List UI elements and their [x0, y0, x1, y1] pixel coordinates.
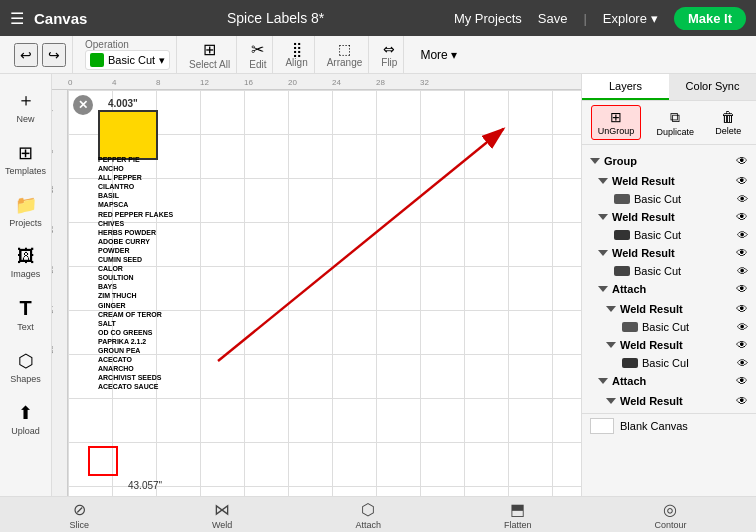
canvas-area[interactable]: 0 4 8 12 16 20 24 28 32 4 8 12 16 20 24 …	[52, 74, 581, 496]
flatten-button[interactable]: ⬒ Flatten	[496, 498, 540, 532]
layer-group-header[interactable]: Group 👁	[590, 151, 748, 171]
eye-icon[interactable]: 👁	[736, 302, 748, 316]
canvas-element-yellow[interactable]	[98, 110, 158, 160]
new-label: New	[16, 114, 34, 124]
contour-button[interactable]: ◎ Contour	[646, 498, 694, 532]
redo-button[interactable]: ↪	[42, 43, 66, 67]
eye-icon[interactable]: 👁	[736, 154, 748, 168]
align-label[interactable]: Align	[285, 57, 307, 68]
nav-links: My Projects Save | Explore ▾ Make It	[454, 7, 746, 30]
close-canvas-button[interactable]: ✕	[73, 95, 93, 115]
sidebar-item-projects[interactable]: 📁 Projects	[2, 188, 50, 234]
my-projects-link[interactable]: My Projects	[454, 11, 522, 26]
attach-header-2[interactable]: Attach 👁	[598, 371, 748, 391]
operation-dropdown[interactable]: Basic Cut ▾	[85, 50, 170, 70]
basic-cut-label-1: Basic Cut	[634, 193, 733, 205]
operation-label: Operation	[85, 39, 170, 50]
eye-icon[interactable]: 👁	[737, 357, 748, 369]
eye-icon[interactable]: 👁	[736, 282, 748, 296]
attach-button[interactable]: ⬡ Attach	[347, 498, 389, 532]
slice-button[interactable]: ⊘ Slice	[62, 498, 98, 532]
undo-button[interactable]: ↩	[14, 43, 38, 67]
attach-header-1[interactable]: Attach 👁	[598, 279, 748, 299]
save-button[interactable]: Save	[538, 11, 568, 26]
chevron-down-icon	[598, 378, 608, 384]
eye-icon[interactable]: 👁	[737, 193, 748, 205]
arrange-group: ⬚ Arrange	[321, 36, 370, 73]
color-swatch-2	[614, 230, 630, 240]
more-button[interactable]: More ▾	[416, 46, 461, 64]
ungroup-button[interactable]: ⊞ UnGroup	[591, 105, 642, 140]
basic-cut-label-3: Basic Cut	[634, 265, 733, 277]
flip-label[interactable]: Flip	[381, 57, 397, 68]
eye-icon[interactable]: 👁	[736, 374, 748, 388]
arrange-label[interactable]: Arrange	[327, 57, 363, 68]
delete-button[interactable]: 🗑 Delete	[709, 106, 747, 139]
sidebar-item-text[interactable]: T Text	[2, 291, 50, 338]
layer-group-main: Group 👁 Weld Result 👁 Basic Cut 👁	[582, 149, 756, 413]
weld-icon: ⋈	[214, 500, 230, 519]
color-swatch-3	[614, 266, 630, 276]
contour-label: Contour	[654, 520, 686, 530]
eye-icon[interactable]: 👁	[737, 265, 748, 277]
images-icon: 🖼	[17, 246, 35, 267]
eye-icon[interactable]: 👁	[736, 394, 748, 408]
operation-group: Operation Basic Cut ▾	[79, 36, 177, 73]
makeit-button[interactable]: Make It	[674, 7, 746, 30]
delete-icon: 🗑	[721, 109, 735, 125]
weld-result-label-3: Weld Result	[612, 247, 732, 259]
chevron-down-icon	[606, 342, 616, 348]
chevron-down-icon	[598, 286, 608, 292]
layer-item-basic-cut-1[interactable]: Basic Cut 👁	[598, 191, 748, 207]
upload-label: Upload	[11, 426, 40, 436]
sidebar-item-shapes[interactable]: ⬡ Shapes	[2, 344, 50, 390]
color-swatch-5	[622, 358, 638, 368]
projects-label: Projects	[9, 218, 42, 228]
eye-icon[interactable]: 👁	[737, 321, 748, 333]
weld-result-header-4[interactable]: Weld Result 👁	[606, 299, 748, 319]
more-group: More ▾	[410, 36, 467, 73]
tab-color-sync[interactable]: Color Sync	[669, 74, 756, 100]
layer-item-basic-cut-4[interactable]: Basic Cut 👁	[606, 319, 748, 335]
sidebar-item-new[interactable]: ＋ New	[2, 82, 50, 130]
canvas-element-text[interactable]: PEPPER PIE ANCHO ALL PEPPER CILANTRO BAS…	[98, 155, 178, 496]
text-icon: T	[19, 297, 31, 320]
duplicate-button[interactable]: ⧉ Duplicate	[650, 106, 700, 140]
weld-result-header-3[interactable]: Weld Result 👁	[598, 243, 748, 263]
eye-icon[interactable]: 👁	[736, 246, 748, 260]
weld-result-6: Weld Result 👁	[598, 391, 748, 411]
edit-label[interactable]: Edit	[249, 59, 266, 70]
duplicate-icon: ⧉	[670, 109, 680, 126]
eye-icon[interactable]: 👁	[736, 210, 748, 224]
tab-layers[interactable]: Layers	[582, 74, 669, 100]
delete-label: Delete	[715, 126, 741, 136]
select-all-label[interactable]: Select All	[189, 59, 230, 70]
sidebar-item-upload[interactable]: ⬆ Upload	[2, 396, 50, 442]
weld-result-header-6[interactable]: Weld Result 👁	[606, 391, 748, 411]
eye-icon[interactable]: 👁	[736, 174, 748, 188]
top-navigation-bar: ☰ Canvas Spice Labels 8* My Projects Sav…	[0, 0, 756, 36]
app-name-label: Canvas	[34, 10, 87, 27]
menu-icon[interactable]: ☰	[10, 9, 24, 28]
vruler-tick: 12	[52, 186, 54, 194]
layer-item-basic-cut-2[interactable]: Basic Cut 👁	[598, 227, 748, 243]
weld-result-header-2[interactable]: Weld Result 👁	[598, 207, 748, 227]
explore-button[interactable]: Explore ▾	[603, 11, 658, 26]
red-selection-box[interactable]	[88, 446, 118, 476]
ruler-mark: 0	[68, 78, 112, 87]
weld-result-header-1[interactable]: Weld Result 👁	[598, 171, 748, 191]
sidebar-item-images[interactable]: 🖼 Images	[2, 240, 50, 285]
ungroup-label: UnGroup	[598, 126, 635, 136]
arrange-icon: ⬚	[338, 41, 351, 57]
canvas-content[interactable]: PEPPER PIE ANCHO ALL PEPPER CILANTRO BAS…	[68, 90, 581, 496]
weld-button[interactable]: ⋈ Weld	[204, 498, 240, 532]
weld-result-header-5[interactable]: Weld Result 👁	[606, 335, 748, 355]
attach-group-1: Attach 👁 Weld Result 👁 Basic Cut	[590, 279, 748, 371]
sidebar-item-templates[interactable]: ⊞ Templates	[2, 136, 50, 182]
shapes-label: Shapes	[10, 374, 41, 384]
layer-item-basic-cut-5[interactable]: Basic CuI 👁	[606, 355, 748, 371]
layer-item-basic-cut-3[interactable]: Basic Cut 👁	[598, 263, 748, 279]
eye-icon[interactable]: 👁	[737, 229, 748, 241]
select-all-icon: ⊞	[203, 40, 216, 59]
eye-icon[interactable]: 👁	[736, 338, 748, 352]
